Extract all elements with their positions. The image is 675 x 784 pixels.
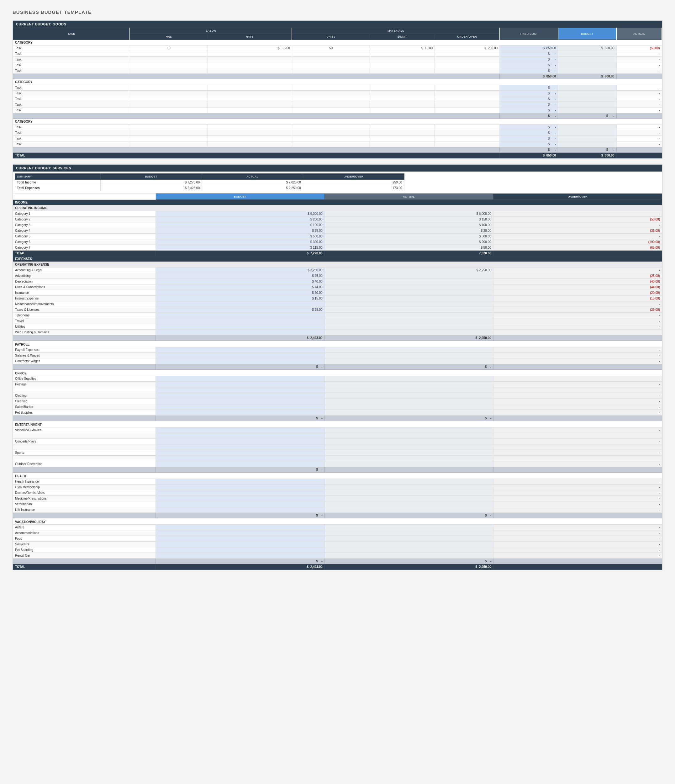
goods-task-row: Task$ - - — [13, 62, 662, 68]
expense-item-row: Office Supplies - — [13, 376, 662, 382]
expense-item-row: Outdoor Recreation - — [13, 461, 662, 467]
goods-subtotal-row: $ - $ - — [13, 113, 662, 119]
task-underover: (50.00) — [616, 45, 662, 51]
expense-item-row: Concerts/Plays - — [13, 439, 662, 444]
income-item-row: Category 3$ 100.00$ 100.00 - — [13, 222, 662, 228]
task-units: 50 — [292, 45, 370, 51]
goods-task-row: Task$ - - — [13, 107, 662, 113]
payroll-label-row: PAYROLL — [13, 341, 662, 347]
expense-item-row: Veterinarian - — [13, 501, 662, 507]
health-subtotal-row: $ - $ - — [13, 513, 662, 518]
goods-task-row: Task$ - - — [13, 142, 662, 147]
summary-budget-header: BUDGET — [101, 174, 202, 180]
services-section: CURRENT BUDGET: SERVICES SUMMARY BUDGET … — [12, 164, 663, 570]
office-label-row: OFFICE — [13, 370, 662, 376]
task-rate: $ 15.00 — [208, 45, 292, 51]
services-total-row: TOTAL $ 2,423.00 $ 2,250.00 — [13, 564, 662, 570]
expense-item-row: Souvenirs - — [13, 541, 662, 547]
task-sunit: $ 10.00 — [370, 45, 435, 51]
goods-task-row: Task$ - - — [13, 136, 662, 142]
operating-expense-label-row: OPERATING EXPENSE — [13, 262, 662, 268]
goods-subtotal-row: $ - $ - — [13, 147, 662, 153]
entertainment-label-row: ENTERTAINMENT — [13, 421, 662, 428]
goods-task-row: Task$ - - — [13, 96, 662, 102]
summary-income-underover: 250.00 — [303, 180, 404, 185]
goods-cat-label: CATEGORY — [13, 40, 662, 45]
col-task: TASK — [13, 28, 130, 40]
expense-item-row: Cleaning - — [13, 398, 662, 404]
expense-item-row: Postage - — [13, 382, 662, 387]
expense-item-row — [13, 387, 662, 393]
goods-category-row: CATEGORY — [13, 119, 662, 124]
summary-income-actual: $ 7,020.00 — [202, 180, 303, 185]
goods-category-row: CATEGORY — [13, 79, 662, 85]
task-actual: $ 800.00 — [558, 45, 616, 51]
health-label-row: HEALTH — [13, 473, 662, 479]
col-rate: RATE — [208, 34, 292, 40]
services-section-header: CURRENT BUDGET: SERVICES — [13, 165, 662, 171]
services-spacer — [13, 194, 156, 200]
expense-item-row — [13, 456, 662, 461]
expense-item-row: Life Insurance - — [13, 507, 662, 513]
goods-task-row: Task$ - - — [13, 85, 662, 91]
col-underover-goods: UNDER/OVER — [435, 34, 500, 40]
services-actual-header: ACTUAL — [325, 194, 493, 200]
income-item-row: Category 2$ 200.00$ 150.00(50.00) — [13, 217, 662, 222]
page-title: BUSINESS BUDGET TEMPLATE — [12, 9, 663, 15]
income-item-row: Category 5$ 500.00$ 500.00 - — [13, 233, 662, 239]
expense-item-row — [13, 444, 662, 450]
expense-item-row: Taxes & Licenses$ 29.00(29.00) — [13, 307, 662, 313]
summary-table: SUMMARY BUDGET ACTUAL UNDER/OVER Total I… — [15, 173, 404, 191]
goods-subtotal-row: $ 850.00 $ 800.00 — [13, 74, 662, 79]
summary-income-row: Total Income $ 7,270.00 $ 7,020.00 250.0… — [15, 180, 404, 185]
col-sunit: $/UNIT — [370, 34, 435, 40]
expense-item-row — [13, 433, 662, 439]
goods-table: TASK LABOR MATERIALS FIXED COST BUDGET A… — [13, 28, 662, 159]
expense-item-row: Advertising$ 25.00(25.00) — [13, 273, 662, 279]
office-subtotal-row: $ - $ - — [13, 415, 662, 421]
expense-item-row: Web Hosting & Domains — [13, 330, 662, 335]
summary-income-label: Total Income — [15, 180, 101, 185]
summary-underover-header: UNDER/OVER — [303, 174, 404, 180]
income-section-header-row: INCOME — [13, 200, 662, 205]
services-budget-header: BUDGET — [156, 194, 325, 200]
col-materials-header: MATERIALS — [292, 28, 499, 34]
expense-item-row: Accommodations - — [13, 530, 662, 536]
summary-expenses-label: Total Expenses — [15, 185, 101, 191]
services-table: BUDGET ACTUAL UNDER/OVER INCOME OPERATIN… — [13, 193, 662, 570]
operating-income-label-row: OPERATING INCOME — [13, 205, 662, 211]
expense-item-row: Airfare - — [13, 525, 662, 530]
expense-item-row: Food - — [13, 536, 662, 541]
col-labor-header: LABOR — [130, 28, 292, 34]
summary-expenses-row: Total Expenses $ 2,423.00 $ 2,250.00 173… — [15, 185, 404, 191]
goods-section: CURRENT BUDGET: GOODS TASK LABOR MATERIA… — [12, 20, 663, 159]
expense-item-row: Depreciation$ 40.00(40.00) — [13, 279, 662, 285]
summary-expenses-actual: $ 2,250.00 — [202, 185, 303, 191]
goods-total-row: TOTAL $ 850.00 $ 800.00 — [13, 153, 662, 159]
expense-item-row: Travel - — [13, 318, 662, 324]
expense-item-row: Accounting & Legal$ 2,250.00$ 2,250.00 - — [13, 268, 662, 273]
goods-task-row: Task$ - - — [13, 91, 662, 96]
expense-item-row: Contractor Wages - — [13, 358, 662, 364]
expense-item-row: Utilities - — [13, 324, 662, 330]
expense-item-row: Dues & Subscriptions$ 44.00(44.00) — [13, 285, 662, 290]
expense-item-row: Health Insurance - — [13, 479, 662, 484]
expense-item-row: Telephone - — [13, 313, 662, 318]
goods-task-row: Task$ - - — [13, 51, 662, 57]
expense-item-row: Gym Membership - — [13, 484, 662, 490]
goods-task-row: Task$ - - — [13, 124, 662, 130]
expenses-section-header-row: EXPENSES — [13, 256, 662, 262]
expense-item-row: Pet Supplies - — [13, 410, 662, 415]
income-item-row: Category 6$ 300.00$ 200.00(100.00) — [13, 239, 662, 245]
goods-cat-label: CATEGORY — [13, 119, 662, 124]
col-units: UNITS — [292, 34, 370, 40]
goods-task-row: Task$ - - — [13, 130, 662, 136]
expense-item-row: Pet Boarding - — [13, 547, 662, 553]
goods-cat-label: CATEGORY — [13, 79, 662, 85]
goods-task-row: Task$ - - — [13, 57, 662, 62]
goods-task-row: Task 10 $ 15.00 50 $ 10.00 $ 200.00 $ 85… — [13, 45, 662, 51]
expense-item-row: Video/DVD/Movies - — [13, 428, 662, 433]
expense-item-row: Salaries & Wages - — [13, 353, 662, 358]
entertainment-subtotal-row: $ - — [13, 467, 662, 473]
summary-actual-header: ACTUAL — [202, 174, 303, 180]
